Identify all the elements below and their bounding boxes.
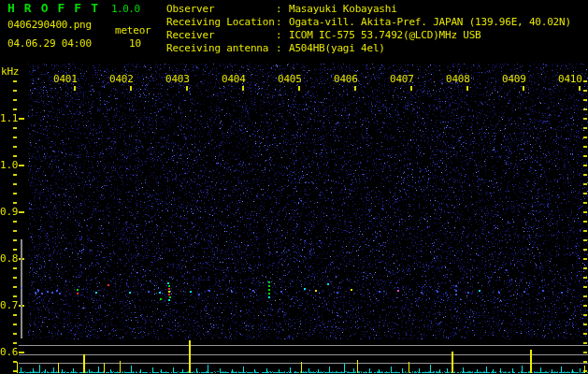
output-filename: 0406290400.png bbox=[7, 20, 92, 31]
info-colon: : bbox=[276, 42, 283, 55]
spectrogram-canvas bbox=[0, 0, 588, 374]
info-row: Receiver:ICOM IC-575 53.7492(@LCD)MHz US… bbox=[166, 29, 571, 42]
info-label: Receiving antenna bbox=[166, 42, 276, 55]
mode-label: meteor bbox=[115, 25, 151, 36]
info-colon: : bbox=[276, 29, 283, 42]
info-row: Observer:Masayuki Kobayashi bbox=[166, 3, 571, 16]
time-tick-label: 0402 bbox=[109, 74, 137, 85]
time-tick-label: 0407 bbox=[390, 74, 418, 85]
freq-axis-unit: kHz bbox=[1, 66, 19, 78]
freq-tick-label: 0.7 bbox=[0, 300, 18, 311]
time-tick-label: 0406 bbox=[334, 74, 362, 85]
info-label: Observer bbox=[166, 3, 276, 16]
info-value: ICOM IC-575 53.7492(@LCD)MHz USB bbox=[289, 29, 481, 42]
info-row: Receiving Location:Ogata-vill. Akita-Pre… bbox=[166, 16, 571, 29]
info-colon: : bbox=[276, 3, 283, 16]
time-tick-label: 0404 bbox=[222, 74, 250, 85]
freq-tick-label: 0.6 bbox=[0, 347, 18, 358]
hrofft-screen: HROFFT 1.0.0 0406290400.png meteor 04.06… bbox=[0, 0, 588, 374]
app-title: HROFFT bbox=[7, 3, 108, 14]
freq-tick-label: 1.0 bbox=[0, 160, 18, 171]
freq-tick-label: 0.8 bbox=[0, 253, 18, 265]
time-tick-label: 0410 bbox=[558, 74, 586, 85]
info-colon: : bbox=[276, 16, 283, 29]
time-tick-label: 0408 bbox=[446, 74, 474, 85]
freq-tick-label: 1.1 bbox=[0, 113, 18, 124]
info-label: Receiver bbox=[166, 29, 276, 42]
time-tick-label: 0409 bbox=[502, 74, 530, 85]
time-tick-label: 0401 bbox=[53, 74, 81, 85]
observer-info-block: Observer:Masayuki KobayashiReceiving Loc… bbox=[166, 3, 571, 55]
info-row: Receiving antenna:A504HB(yagi 4el) bbox=[166, 42, 571, 55]
app-version: 1.0.0 bbox=[111, 4, 140, 15]
info-value: A504HB(yagi 4el) bbox=[289, 42, 385, 55]
info-value: Masayuki Kobayashi bbox=[289, 3, 397, 16]
info-label: Receiving Location bbox=[166, 16, 276, 29]
time-tick-label: 0405 bbox=[278, 74, 306, 85]
observation-datetime: 04.06.29 04:00 bbox=[7, 38, 92, 50]
freq-tick-label: 0.9 bbox=[0, 207, 18, 218]
time-tick-label: 0403 bbox=[165, 74, 194, 85]
info-value: Ogata-vill. Akita-Pref. JAPAN (139.96E, … bbox=[289, 16, 571, 29]
echo-count: 10 bbox=[129, 38, 141, 50]
